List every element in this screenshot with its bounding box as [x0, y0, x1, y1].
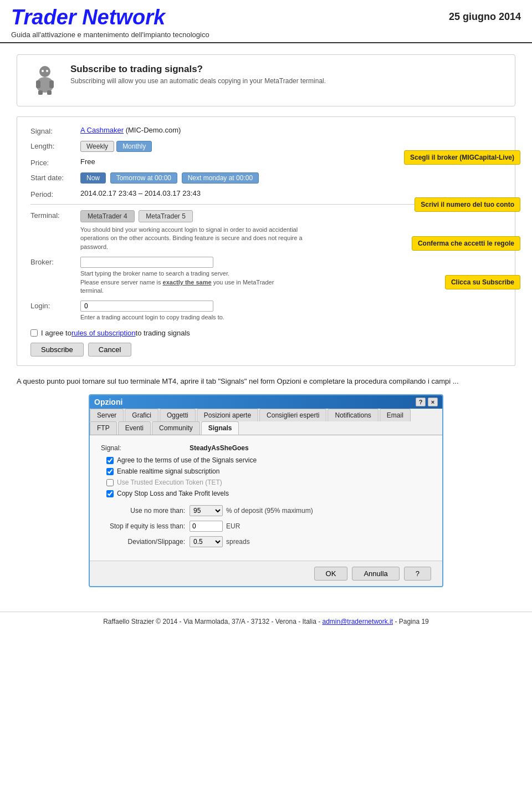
checkbox2-label: Enable realtime signal subscription	[117, 467, 219, 475]
use-no-more-label: Use no more than:	[101, 507, 190, 515]
action-buttons: Subscribe Cancel	[30, 343, 502, 357]
main-content: Subscribe to trading signals? Subscribin…	[0, 43, 532, 612]
price-label: Price:	[30, 157, 80, 167]
signal-row: Signal: A Cashmaker (MIC-Demo.com)	[30, 126, 502, 135]
broker-row: Broker: Start typing the broker name to …	[30, 257, 502, 295]
callout-subscribe: Clicca su Subscribe	[445, 275, 520, 289]
tab-eventi[interactable]: Eventi	[118, 421, 151, 435]
broker-hint: Start typing the broker name to search a…	[80, 269, 291, 295]
stop-equity-row: Stop if equity is less than: EUR	[101, 521, 431, 532]
checkbox1[interactable]	[106, 457, 114, 464]
signal-value: A Cashmaker (MIC-Demo.com)	[80, 126, 502, 134]
start-tomorrow-button[interactable]: Tomorrow at 00:00	[110, 172, 177, 184]
dialog-body: Signal: SteadyAsSheGoes Agree to the ter…	[90, 435, 442, 561]
header-date: 25 giugno 2014	[449, 11, 521, 23]
dialog-help2-btn[interactable]: ?	[404, 567, 431, 581]
start-date-label: Start date:	[30, 172, 80, 182]
footer-text: Raffaello Strazier © 2014 - Via Marmolad…	[103, 618, 322, 625]
broker-value: Start typing the broker name to search a…	[80, 257, 502, 295]
signal-broker: (MIC-Demo.com)	[126, 126, 181, 134]
signal-name-link[interactable]: A Cashmaker	[80, 126, 124, 134]
dialog-checkbox1-row: Agree to the terms of use of the Signals…	[101, 456, 431, 464]
dialog-close-btn[interactable]: ×	[428, 398, 438, 406]
agree-checkbox[interactable]	[30, 329, 38, 337]
dialog-signal-label: Signal:	[101, 444, 190, 452]
stop-equity-input[interactable]	[190, 521, 223, 532]
tab-oggetti[interactable]: Oggetti	[160, 409, 196, 421]
tab-email[interactable]: Email	[380, 409, 411, 421]
dialog-signal-value: SteadyAsSheGoes	[190, 444, 249, 452]
deviation-unit: spreads	[226, 538, 250, 546]
svg-rect-4	[38, 90, 43, 95]
page-footer: Raffaello Strazier © 2014 - Via Marmolad…	[0, 612, 532, 631]
dialog-ok-btn[interactable]: OK	[314, 567, 348, 581]
checkbox1-label: Agree to the terms of use of the Signals…	[117, 456, 257, 464]
checkbox2[interactable]	[106, 468, 114, 475]
tab-posizioni-aperte[interactable]: Posizioni aperte	[197, 409, 258, 421]
page-header: Trader Network 25 giugno 2014 Guida all'…	[0, 0, 532, 43]
weekly-button[interactable]: Weekly	[80, 141, 114, 152]
dialog-titlebar: Opzioni ? ×	[90, 395, 442, 409]
checkbox4[interactable]	[106, 490, 114, 497]
opzioni-dialog: Opzioni ? × Server Grafici Oggetti Posiz…	[89, 394, 443, 587]
tab-community[interactable]: Community	[152, 421, 200, 435]
subscribe-text: Subscribe to trading signals? Subscribin…	[70, 64, 326, 85]
footer-link[interactable]: admin@tradernetwork.it	[322, 618, 393, 625]
login-value: Enter a trading account login to copy tr…	[80, 301, 502, 322]
login-row: Login: Enter a trading account login to …	[30, 301, 502, 322]
period-label: Period:	[30, 189, 80, 199]
dialog-tab-row2: FTP Eventi Community Signals	[90, 421, 442, 435]
header-subtitle: Guida all'attivazione e mantenimento del…	[11, 30, 521, 39]
start-now-button[interactable]: Now	[80, 172, 106, 184]
tab-grafici[interactable]: Grafici	[125, 409, 158, 421]
mt4-button[interactable]: MetaTrader 4	[80, 210, 135, 222]
use-no-more-select[interactable]: 95	[190, 505, 223, 516]
tab-consiglieri-esperti[interactable]: Consiglieri esperti	[259, 409, 326, 421]
login-input[interactable]	[80, 301, 213, 312]
tab-notifications[interactable]: Notifications	[328, 409, 378, 421]
svg-rect-3	[49, 80, 54, 88]
callout-login: Scrivi il numero del tuo conto	[415, 197, 520, 212]
start-next-monday-button[interactable]: Next monday at 00:00	[182, 172, 259, 184]
mt5-button[interactable]: MetaTrader 5	[139, 210, 193, 222]
terminal-label: Terminal:	[30, 210, 80, 220]
length-label: Length:	[30, 141, 80, 150]
tab-ftp[interactable]: FTP	[90, 421, 117, 435]
broker-label: Broker:	[30, 257, 80, 266]
stop-equity-label: Stop if equity is less than:	[101, 522, 190, 530]
start-date-value: Now Tomorrow at 00:00 Next monday at 00:…	[80, 172, 502, 184]
stop-equity-unit: EUR	[226, 522, 240, 530]
deviation-select[interactable]: 0.5	[190, 536, 223, 547]
checkbox3[interactable]	[106, 479, 114, 486]
use-no-more-row: Use no more than: 95 % of deposit (95% m…	[101, 505, 431, 516]
svg-point-0	[39, 66, 50, 77]
subscribe-intro-box: Subscribe to trading signals? Subscribin…	[17, 54, 515, 106]
dialog-signal-row: Signal: SteadyAsSheGoes	[101, 444, 431, 452]
tab-signals[interactable]: Signals	[201, 421, 239, 435]
instructions-paragraph: A questo punto puoi tornare sul tuo term…	[17, 376, 515, 387]
checkbox3-label: Use Trusted Execution Token (TET)	[117, 479, 222, 486]
agree-link[interactable]: rules of subscription	[71, 329, 136, 337]
agree-row: I agree to rules of subscription to trad…	[30, 329, 502, 337]
cancel-button[interactable]: Cancel	[88, 343, 131, 357]
agree-suffix: to trading signals	[136, 329, 190, 337]
subscribe-description: Subscribing will allow you use an automa…	[70, 77, 326, 85]
start-date-row: Start date: Now Tomorrow at 00:00 Next m…	[30, 172, 502, 184]
monthly-button[interactable]: Monthly	[116, 141, 152, 152]
svg-rect-2	[36, 80, 40, 88]
dialog-annulla-btn[interactable]: Annulla	[352, 567, 399, 581]
agree-text: I agree to	[41, 329, 71, 337]
deviation-row: Deviation/Slippage: 0.5 spreads	[101, 536, 431, 547]
dialog-tabs: Server Grafici Oggetti Posizioni aperte …	[90, 409, 442, 435]
tab-server[interactable]: Server	[90, 409, 124, 421]
dialog-checkbox2-row: Enable realtime signal subscription	[101, 467, 431, 475]
login-label: Login:	[30, 301, 80, 310]
checkbox4-label: Copy Stop Loss and Take Profit levels	[117, 490, 229, 497]
broker-input[interactable]	[80, 257, 213, 268]
dialog-help-btn[interactable]: ?	[416, 398, 426, 406]
signal-label: Signal:	[30, 126, 80, 135]
svg-point-6	[42, 70, 44, 72]
subscribe-button[interactable]: Subscribe	[30, 343, 84, 357]
callout-confirm: Conferma che accetti le regole	[412, 236, 520, 251]
robot-icon	[28, 64, 62, 97]
